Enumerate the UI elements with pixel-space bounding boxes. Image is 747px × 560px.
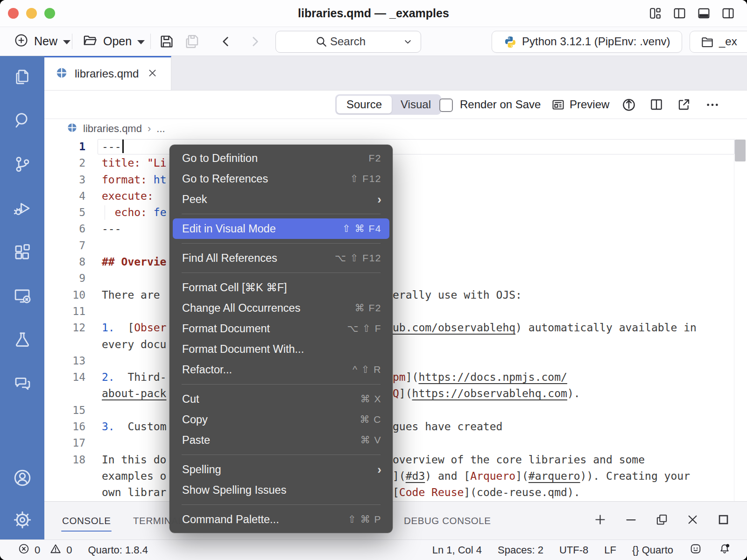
status-item[interactable]: LF xyxy=(604,544,616,556)
menu-item[interactable]: Go to References⇧ F12 xyxy=(173,168,389,189)
open-button[interactable]: Open xyxy=(82,27,145,56)
navigate-back-button[interactable] xyxy=(218,27,233,56)
menu-separator xyxy=(182,504,381,505)
testing-icon[interactable] xyxy=(12,329,33,350)
menu-item[interactable]: Format Cell [⌘K ⌘F] xyxy=(173,277,389,298)
menu-item[interactable]: Peek› xyxy=(173,189,389,210)
split-editor-icon[interactable] xyxy=(649,97,664,114)
status-item[interactable]: UTF-8 xyxy=(559,544,588,556)
status-item[interactable]: Spaces: 2 xyxy=(498,544,543,556)
run-debug-icon[interactable] xyxy=(12,198,33,218)
workspace-folder-button[interactable]: _ex xyxy=(690,31,747,53)
plus-circle-icon xyxy=(14,33,28,49)
code-line[interactable]: 15 xyxy=(44,402,747,419)
code-line[interactable]: 3format: ht xyxy=(44,172,747,188)
notifications-bell-icon[interactable] xyxy=(718,542,731,558)
comments-icon[interactable] xyxy=(12,373,33,394)
dev-console-icon[interactable] xyxy=(12,286,33,306)
code-line[interactable]: own librar[Code Reuse](code-reuse.qmd). xyxy=(44,484,747,501)
breadcrumb-more[interactable]: ... xyxy=(156,123,165,135)
panel-maximize-icon[interactable] xyxy=(717,513,730,528)
status-item[interactable]: Ln 1, Col 4 xyxy=(432,544,482,556)
save-all-button[interactable] xyxy=(184,27,200,56)
new-button[interactable]: New xyxy=(14,27,70,56)
code-line[interactable]: 6--- xyxy=(44,221,747,237)
menu-item-shortcut: ⇧ ⌘ P xyxy=(348,514,381,525)
tab-libraries-qmd[interactable]: libraries.qmd xyxy=(44,56,171,90)
save-button[interactable] xyxy=(159,27,175,56)
customize-layout-icon[interactable] xyxy=(648,7,662,20)
panel-close-icon[interactable] xyxy=(686,513,699,528)
source-mode-button[interactable]: Source xyxy=(337,96,392,113)
panel-new-icon[interactable] xyxy=(593,513,607,528)
menu-separator xyxy=(182,455,381,455)
explorer-icon[interactable] xyxy=(12,66,33,87)
search-sidebar-icon[interactable] xyxy=(12,110,33,131)
panel-tab-debug-console[interactable]: DEBUG CONSOLE xyxy=(404,502,491,539)
tab-close-icon[interactable] xyxy=(148,68,157,80)
code-line[interactable]: 142. Third-pm](https://docs.npmjs.com/ xyxy=(44,369,747,385)
code-line[interactable]: 11 xyxy=(44,303,747,320)
breadcrumb-file[interactable]: libraries.qmd xyxy=(83,123,142,135)
menu-item[interactable]: Format Document With... xyxy=(173,339,389,359)
code-line[interactable]: 8## Overvie xyxy=(44,254,747,270)
feedback-smiley-icon[interactable] xyxy=(689,542,702,558)
editor-scrollbar-thumb[interactable] xyxy=(735,140,746,161)
code-segment: fe xyxy=(154,206,167,218)
render-on-save-checkbox[interactable] xyxy=(439,98,453,112)
code-line[interactable]: 10There are erally use with OJS: xyxy=(44,287,747,303)
menu-item[interactable]: Show Spelling Issues xyxy=(173,480,389,500)
render-icon[interactable] xyxy=(621,97,637,114)
visual-mode-button[interactable]: Visual xyxy=(392,96,440,113)
menu-item[interactable]: Find All References⌥ ⇧ F12 xyxy=(173,248,389,268)
menu-item[interactable]: Copy⌘ C xyxy=(173,409,389,430)
code-line[interactable]: 18In this dooverview of the core librari… xyxy=(44,452,747,468)
extensions-icon[interactable] xyxy=(12,242,33,262)
toggle-panel-icon[interactable] xyxy=(697,7,711,20)
code-line[interactable]: every docu xyxy=(44,336,747,353)
menu-item[interactable]: Spelling› xyxy=(173,459,389,480)
account-icon[interactable] xyxy=(12,468,33,488)
panel-minimize-icon[interactable] xyxy=(624,513,638,528)
preview-icon[interactable] xyxy=(551,98,565,114)
toggle-secondary-sidebar-icon[interactable] xyxy=(721,7,735,20)
code-segment: ]( xyxy=(515,470,529,482)
toggle-primary-sidebar-icon[interactable] xyxy=(673,7,686,20)
code-line[interactable]: about-packQ](https://observablehq.com). xyxy=(44,385,747,402)
status-item[interactable]: {} Quarto xyxy=(632,544,673,556)
menu-item[interactable]: Format Document⌥ ⇧ F xyxy=(173,318,389,339)
code-line[interactable]: 9 xyxy=(44,270,747,287)
menu-item[interactable]: Change All Occurrences⌘ F2 xyxy=(173,298,389,318)
menu-item[interactable]: Go to DefinitionF2 xyxy=(173,148,389,168)
code-line[interactable]: examples o](#d3) and [Arquero](#arquero)… xyxy=(44,468,747,484)
code-line[interactable]: 1--- xyxy=(44,139,747,155)
navigate-forward-button[interactable] xyxy=(247,27,262,56)
problems-indicator[interactable]: 0 0 xyxy=(18,543,72,558)
menu-item[interactable]: Refactor...^ ⇧ R xyxy=(173,359,389,380)
code-line[interactable]: 4execute: xyxy=(44,188,747,204)
menu-item[interactable]: Paste⌘ V xyxy=(173,430,389,450)
code-line[interactable]: 13 xyxy=(44,353,747,369)
menu-item[interactable]: Command Palette...⇧ ⌘ P xyxy=(173,509,389,530)
menu-item[interactable]: Cut⌘ X xyxy=(173,389,389,409)
code-line[interactable]: 5 echo: fe xyxy=(44,204,747,221)
panel-tab-console[interactable]: CONSOLE xyxy=(62,502,111,539)
settings-gear-icon[interactable] xyxy=(12,510,33,530)
interpreter-selector[interactable]: Python 3.12.1 (PipEnv: .venv) xyxy=(492,31,682,53)
menu-item[interactable]: Edit in Visual Mode⇧ ⌘ F4 xyxy=(173,218,389,239)
code-line[interactable]: 17 xyxy=(44,435,747,451)
preview-label[interactable]: Preview xyxy=(570,91,609,119)
more-actions-icon[interactable] xyxy=(705,97,720,114)
code-line[interactable]: 163. Customgues have created xyxy=(44,419,747,435)
code-line[interactable]: 2title: "Li xyxy=(44,155,747,171)
quarto-version[interactable]: Quarto: 1.8.4 xyxy=(88,544,148,556)
code-editor[interactable]: 1---2title: "Li3format: ht4execute:5 ech… xyxy=(44,139,747,501)
open-external-icon[interactable] xyxy=(677,97,691,114)
breadcrumb[interactable]: libraries.qmd › ... xyxy=(44,119,747,139)
code-line[interactable]: 7 xyxy=(44,238,747,254)
source-control-icon[interactable] xyxy=(12,154,33,175)
search-chevron-down-icon xyxy=(402,36,413,49)
code-line[interactable]: 121. [Obserub.com/observablehq) automati… xyxy=(44,320,747,336)
search-input[interactable]: Search xyxy=(275,31,421,53)
panel-restore-icon[interactable] xyxy=(655,513,669,528)
